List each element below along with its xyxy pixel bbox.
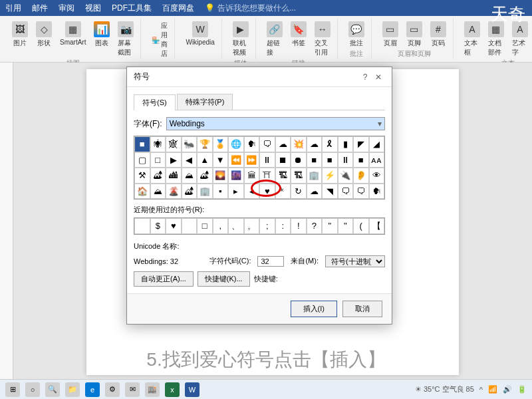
- symbol-cell[interactable]: ♥: [259, 184, 275, 200]
- edge-icon[interactable]: e: [85, 382, 100, 397]
- symbol-cell[interactable]: ◂: [244, 184, 260, 200]
- symbol-cell[interactable]: 🏙: [166, 168, 182, 184]
- tab-references[interactable]: 引用: [5, 3, 21, 14]
- excel-icon[interactable]: x: [165, 382, 180, 397]
- btn-video[interactable]: ▶联机视频: [230, 20, 251, 59]
- symbol-cell[interactable]: ▶: [166, 152, 182, 168]
- symbol-cell[interactable]: ⚒: [134, 168, 150, 184]
- tab-symbols[interactable]: 符号(S): [134, 94, 176, 110]
- btn-hyperlink[interactable]: 🔗超链接: [264, 20, 285, 59]
- symbol-cell[interactable]: ◤: [353, 136, 369, 152]
- symbol-cell[interactable]: 🕷: [150, 136, 166, 152]
- symbol-cell[interactable]: ☁: [307, 184, 323, 200]
- btn-smartart[interactable]: ▦SmartArt: [57, 20, 88, 59]
- symbol-cell[interactable]: 🏕: [182, 184, 198, 200]
- recent-symbol-cell[interactable]: ♥: [166, 218, 182, 234]
- symbol-cell[interactable]: ⏸: [338, 152, 354, 168]
- start-button[interactable]: ⊞: [5, 382, 20, 397]
- symbol-cell[interactable]: ↻: [291, 184, 307, 200]
- autocorrect-button[interactable]: 自动更正(A)...: [134, 271, 194, 287]
- explorer-icon[interactable]: 📁: [65, 382, 80, 397]
- symbol-cell[interactable]: 🌐: [228, 136, 244, 152]
- btn-wikipedia[interactable]: WWikipedia: [183, 20, 217, 58]
- recent-symbol-cell[interactable]: 【: [369, 218, 385, 234]
- symbol-cell[interactable]: 🔌: [338, 168, 354, 184]
- recent-symbol-cell[interactable]: 。: [244, 218, 260, 234]
- recent-symbol-cell[interactable]: ;: [259, 218, 275, 234]
- cancel-button[interactable]: 取消: [342, 301, 382, 317]
- symbol-cell[interactable]: ▲: [197, 152, 213, 168]
- symbol-cell[interactable]: 🏕: [197, 168, 213, 184]
- symbol-cell[interactable]: ⛰: [182, 168, 198, 184]
- recent-symbol-cell[interactable]: [182, 218, 198, 234]
- recent-symbol-cell[interactable]: ?: [307, 218, 323, 234]
- btn-pagenum[interactable]: #页码: [428, 20, 449, 49]
- recent-symbol-cell[interactable]: :: [275, 218, 291, 234]
- btn-pictures[interactable]: 🖼图片: [9, 20, 31, 59]
- btn-comment[interactable]: 💬批注: [346, 20, 367, 49]
- search-icon[interactable]: 🔍: [45, 382, 60, 397]
- symbol-cell[interactable]: ⏩: [244, 152, 260, 168]
- symbol-cell[interactable]: ▸: [228, 184, 244, 200]
- battery-icon[interactable]: 🔋: [517, 385, 527, 394]
- dropdown-icon[interactable]: ▾: [378, 119, 382, 128]
- wifi-icon[interactable]: 📶: [488, 385, 497, 394]
- symbol-cell[interactable]: 🗣: [244, 136, 260, 152]
- symbol-cell[interactable]: ■: [322, 152, 338, 168]
- from-select[interactable]: 符号(十进制): [325, 255, 385, 267]
- symbol-cell[interactable]: ☁: [307, 136, 323, 152]
- symbol-cell[interactable]: 🏅: [213, 136, 229, 152]
- symbol-cell[interactable]: ⏸: [259, 152, 275, 168]
- tab-special[interactable]: 特殊字符(P): [177, 94, 233, 110]
- recent-symbol-cell[interactable]: □: [197, 218, 213, 234]
- recent-symbol-cell[interactable]: $: [150, 218, 166, 234]
- symbol-cell[interactable]: 🗨: [338, 184, 354, 200]
- store-icon[interactable]: 🏬: [145, 382, 160, 397]
- symbol-cell[interactable]: 👂: [353, 168, 369, 184]
- symbol-cell[interactable]: ◀: [182, 152, 198, 168]
- settings-icon[interactable]: ⚙: [105, 382, 120, 397]
- symbol-cell[interactable]: 🏢: [197, 184, 213, 200]
- recent-symbol-cell[interactable]: ": [322, 218, 338, 234]
- symbol-cell[interactable]: 🏕: [150, 168, 166, 184]
- shortcut-button[interactable]: 快捷键(K)...: [198, 271, 250, 287]
- btn-bookmark[interactable]: 🔖书签: [288, 20, 309, 59]
- word-icon[interactable]: W: [185, 382, 200, 397]
- symbol-cell[interactable]: ⛰: [150, 184, 166, 200]
- tab-view[interactable]: 视图: [85, 3, 101, 14]
- symbol-cell[interactable]: 🏗: [291, 168, 307, 184]
- cortana-icon[interactable]: ○: [25, 382, 40, 397]
- symbol-cell[interactable]: □: [150, 152, 166, 168]
- tab-review[interactable]: 审阅: [59, 3, 74, 14]
- symbol-cell[interactable]: ⏪: [228, 152, 244, 168]
- symbol-cell[interactable]: ■: [307, 152, 323, 168]
- symbol-cell[interactable]: ▪: [213, 184, 229, 200]
- btn-crossref[interactable]: ↔交叉引用: [312, 20, 333, 59]
- font-select[interactable]: Webdings▾: [166, 117, 385, 130]
- symbol-cell[interactable]: ᴀᴀ: [369, 152, 385, 168]
- symbol-cell[interactable]: 🏢: [307, 168, 323, 184]
- symbol-cell[interactable]: 🏆: [197, 136, 213, 152]
- symbol-cell[interactable]: 👁: [369, 168, 385, 184]
- symbol-cell[interactable]: ⏺: [291, 152, 307, 168]
- symbol-cell[interactable]: ▢: [134, 152, 150, 168]
- symbol-cell[interactable]: 🏗: [275, 168, 291, 184]
- btn-chart[interactable]: 📊图表: [91, 20, 112, 59]
- symbol-cell[interactable]: 🌆: [228, 168, 244, 184]
- weather-widget[interactable]: ☀ 35°C 空气良 85: [415, 384, 474, 394]
- symbol-cell[interactable]: ◥: [322, 184, 338, 200]
- insert-button[interactable]: 插入(I): [291, 301, 337, 317]
- recent-symbol-cell[interactable]: [134, 218, 150, 234]
- symbol-cell[interactable]: ⏹: [275, 152, 291, 168]
- btn-footer[interactable]: ▭页脚: [404, 20, 425, 49]
- symbol-cell[interactable]: ■: [353, 152, 369, 168]
- symbol-cell[interactable]: 🏛: [244, 168, 260, 184]
- symbol-cell[interactable]: 🕸: [166, 136, 182, 152]
- btn-store[interactable]: 🏪应用商店: [149, 20, 170, 60]
- symbol-cell[interactable]: ⚡: [322, 168, 338, 184]
- dialog-titlebar[interactable]: 符号 ? ✕: [127, 67, 392, 87]
- symbol-cell[interactable]: 🏠: [134, 184, 150, 200]
- symbol-cell[interactable]: 🗨: [259, 136, 275, 152]
- recent-symbol-cell[interactable]: 、: [228, 218, 244, 234]
- btn-textbox[interactable]: A文本框: [462, 20, 483, 59]
